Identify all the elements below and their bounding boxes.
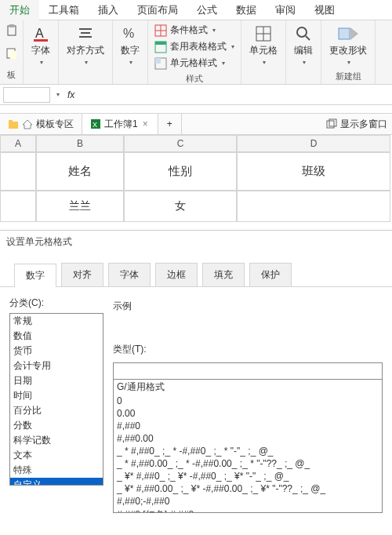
cells-label: 单元格 — [249, 44, 278, 57]
type-item[interactable]: _ * #,##0_ ;_ * -#,##0_ ;_ * "-"_ ;_ @_ — [114, 445, 382, 457]
home-icon — [22, 118, 33, 129]
svg-marker-26 — [23, 120, 32, 129]
col-header[interactable]: C — [124, 135, 237, 152]
edit-button[interactable]: 编辑 ▾ — [289, 22, 318, 69]
chevron-down-icon: ▾ — [263, 59, 266, 66]
category-item[interactable]: 货币 — [10, 344, 103, 358]
category-item[interactable]: 特殊 — [10, 463, 103, 478]
category-item[interactable]: 数值 — [10, 329, 103, 344]
font-button[interactable]: A 字体 ▾ — [27, 22, 55, 69]
type-input[interactable] — [113, 362, 383, 380]
svg-rect-15 — [155, 58, 166, 69]
number-group: % 数字 ▾ — [113, 20, 148, 84]
cell-style-button[interactable]: 单元格样式▾ — [151, 55, 228, 71]
col-header[interactable]: B — [36, 135, 124, 152]
folder-icon — [8, 118, 19, 129]
type-list[interactable]: G/通用格式 0 0.00 #,##0 #,##0.00 _ * #,##0_ … — [113, 380, 383, 513]
cell[interactable] — [237, 191, 390, 222]
category-item[interactable]: 百分比 — [10, 403, 103, 418]
shape-group: 更改形状 ▾ 新建组 — [321, 20, 376, 84]
ribbon-tab-layout[interactable]: 页面布局 — [128, 0, 187, 20]
grid-icon — [154, 24, 167, 37]
cell[interactable] — [0, 152, 36, 191]
dialog-tab-protect[interactable]: 保护 — [249, 263, 292, 286]
formula-input[interactable] — [82, 87, 389, 103]
type-item[interactable]: _ * #,##0.00_ ;_ * -#,##0.00_ ;_ * "-"??… — [114, 457, 382, 470]
ribbon-tab-view[interactable]: 视图 — [305, 0, 344, 20]
svg-marker-23 — [350, 27, 358, 40]
svg-rect-3 — [10, 51, 16, 59]
dialog-body: 分类(C): 常规 数值 货币 会计专用 日期 时间 百分比 分数 科学记数 文… — [0, 287, 392, 513]
chevron-down-icon[interactable]: ▾ — [56, 91, 60, 98]
multi-window-button[interactable]: 显示多窗口 — [321, 118, 392, 131]
type-item[interactable]: _ ¥* #,##0_ ;_ ¥* -#,##0_ ;_ ¥* "-"_ ;_ … — [114, 470, 382, 482]
category-item[interactable]: 文本 — [10, 448, 103, 463]
col-header[interactable]: D — [237, 135, 390, 152]
edit-group: 编辑 ▾ — [286, 20, 321, 84]
cell[interactable]: 兰兰 — [36, 191, 124, 222]
type-item[interactable]: G/通用格式 — [114, 380, 382, 395]
table-style-button[interactable]: 套用表格格式▾ — [151, 38, 238, 55]
category-item[interactable]: 分数 — [10, 418, 103, 433]
cell[interactable]: 班级 — [237, 152, 390, 191]
dialog-tab-fill[interactable]: 填充 — [202, 263, 245, 286]
cell[interactable]: 性别 — [124, 152, 237, 191]
type-item[interactable]: #,##0 — [114, 420, 382, 432]
close-icon[interactable]: × — [141, 118, 150, 129]
cells-button[interactable]: 单元格 ▾ — [245, 22, 282, 69]
type-item[interactable]: #,##0.00 — [114, 432, 382, 445]
dialog-tab-number[interactable]: 数字 — [14, 264, 56, 287]
name-box[interactable] — [3, 87, 50, 103]
category-item[interactable]: 常规 — [10, 314, 103, 329]
dialog-tab-border[interactable]: 边框 — [155, 263, 198, 286]
dialog-tab-align[interactable]: 对齐 — [61, 263, 103, 286]
clipboard-icon[interactable] — [3, 22, 20, 39]
number-button[interactable]: % 数字 ▾ — [116, 22, 144, 69]
tab-workbook[interactable]: X 工作簿1 × — [82, 114, 158, 134]
type-item[interactable]: #,##0;-#,##0 — [114, 495, 382, 508]
cell[interactable]: 姓名 — [36, 152, 124, 191]
ribbon-tab-toolbox[interactable]: 工具箱 — [39, 0, 89, 20]
type-item[interactable]: # ##0:[红色]-# ##0 — [114, 508, 382, 513]
col-header[interactable]: A — [0, 135, 36, 152]
ribbon-tab-formula[interactable]: 公式 — [187, 0, 227, 20]
ribbon-tab-review[interactable]: 审阅 — [266, 0, 305, 20]
svg-rect-13 — [155, 42, 166, 53]
conditional-format-button[interactable]: 条件格式▾ — [151, 22, 219, 38]
cell-style-label: 单元格样式 — [170, 56, 217, 70]
category-list[interactable]: 常规 数值 货币 会计专用 日期 时间 百分比 分数 科学记数 文本 特殊 自定… — [9, 313, 103, 486]
fx-icon[interactable]: fx — [64, 89, 78, 100]
align-icon — [77, 25, 94, 42]
svg-rect-1 — [9, 24, 14, 27]
newgroup-label: 新建组 — [336, 69, 361, 86]
ribbon-tab-insert[interactable]: 插入 — [89, 0, 128, 20]
multiwin-label: 显示多窗口 — [340, 118, 387, 131]
dialog-tab-font[interactable]: 字体 — [108, 263, 151, 286]
tab-template[interactable]: 模板专区 — [0, 114, 82, 134]
cell[interactable]: 女 — [124, 191, 237, 222]
svg-line-21 — [306, 36, 310, 40]
align-button[interactable]: 对齐方式 ▾ — [62, 22, 109, 69]
edit-label: 编辑 — [294, 44, 313, 57]
format-cells-dialog: 设置单元格格式 数字 对齐 字体 边框 填充 保护 分类(C): 常规 数值 货… — [0, 230, 392, 513]
ribbon-tab-data[interactable]: 数据 — [227, 0, 266, 20]
tab-template-label: 模板专区 — [36, 118, 74, 131]
type-item[interactable]: 0 — [114, 395, 382, 407]
category-item[interactable]: 科学记数 — [10, 433, 103, 448]
type-item[interactable]: _ ¥* #,##0.00_ ;_ ¥* -#,##0.00_ ;_ ¥* "-… — [114, 482, 382, 495]
type-item[interactable]: 0.00 — [114, 407, 382, 420]
category-item[interactable]: 会计专用 — [10, 358, 103, 373]
shape-button[interactable]: 更改形状 ▾ — [325, 22, 372, 69]
paste-icon[interactable] — [3, 45, 20, 62]
category-item[interactable]: 时间 — [10, 388, 103, 403]
chevron-down-icon: ▾ — [347, 59, 350, 66]
category-item-custom[interactable]: 自定义 — [10, 478, 103, 486]
ribbon-tab-start[interactable]: 开始 — [0, 0, 39, 20]
cell[interactable] — [0, 191, 36, 222]
table-style-label: 套用表格格式 — [170, 40, 227, 53]
category-item[interactable]: 日期 — [10, 373, 103, 388]
conditional-label: 条件格式 — [170, 24, 208, 37]
new-tab-button[interactable]: + — [158, 114, 182, 134]
chevron-down-icon: ▾ — [40, 59, 43, 66]
svg-rect-30 — [329, 119, 336, 126]
